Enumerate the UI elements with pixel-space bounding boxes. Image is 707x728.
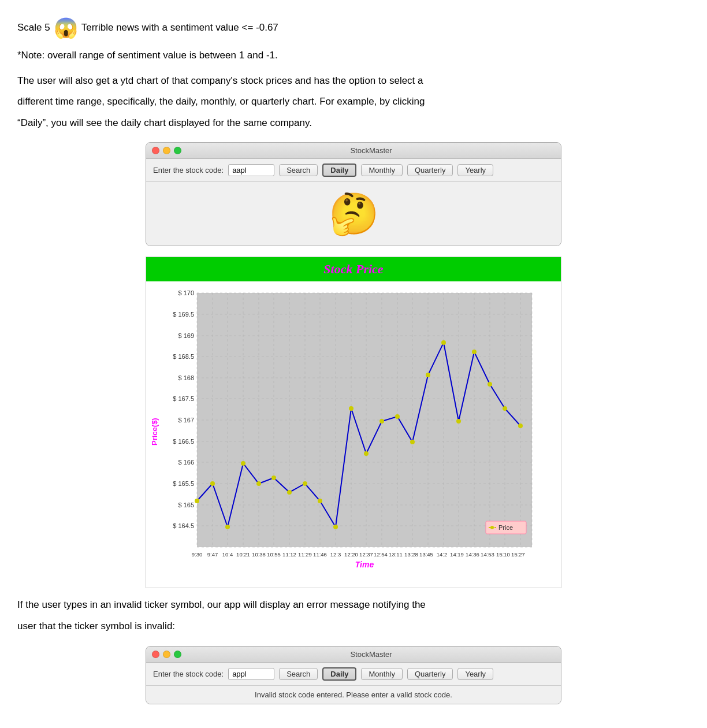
svg-point-53 — [256, 481, 261, 486]
svg-text:11:12: 11:12 — [282, 551, 296, 558]
svg-point-52 — [241, 461, 245, 466]
svg-text:13:11: 13:11 — [389, 551, 403, 558]
svg-text:Time: Time — [355, 560, 374, 569]
svg-point-65 — [441, 340, 446, 345]
quarterly-button-1[interactable]: Quarterly — [407, 164, 453, 176]
svg-point-69 — [503, 406, 507, 411]
svg-text:13:28: 13:28 — [404, 551, 418, 558]
stockmaster-window-1: StockMaster Enter the stock code: Search… — [146, 142, 561, 246]
svg-text:10:21: 10:21 — [236, 551, 250, 558]
svg-text:$ 164.5: $ 164.5 — [173, 522, 194, 529]
svg-text:$ 170: $ 170 — [178, 289, 194, 296]
after-text-1: If the user types in an invalid ticker s… — [17, 599, 426, 610]
stock-code-label: Enter the stock code: — [153, 166, 224, 174]
svg-point-55 — [287, 490, 292, 495]
svg-point-57 — [318, 499, 322, 503]
svg-text:15:10: 15:10 — [496, 551, 510, 558]
stock-chart: Stock Price Price($) — [146, 257, 561, 588]
chart-title-bar: Stock Price — [146, 257, 561, 281]
y-axis-label-container: Price($) — [146, 287, 162, 576]
close-button-2[interactable] — [152, 651, 159, 658]
note-text: *Note: overall range of sentiment value … — [17, 50, 278, 61]
svg-point-63 — [410, 440, 415, 444]
search-button-1[interactable]: Search — [279, 164, 318, 176]
svg-text:$ 168.5: $ 168.5 — [173, 353, 194, 360]
search-button-2[interactable]: Search — [279, 668, 318, 680]
minimize-button[interactable] — [163, 147, 170, 154]
svg-point-67 — [472, 350, 477, 354]
stock-code-label-2: Enter the stock code: — [153, 670, 224, 678]
svg-text:$ 166: $ 166 — [178, 459, 194, 466]
svg-text:11:29: 11:29 — [298, 551, 312, 558]
svg-point-70 — [518, 424, 523, 428]
svg-point-96 — [490, 526, 494, 529]
svg-text:12:20: 12:20 — [344, 551, 358, 558]
traffic-lights-1 — [152, 147, 181, 154]
svg-text:$ 167: $ 167 — [178, 417, 194, 424]
scared-emoji: 😱 — [54, 12, 78, 45]
svg-text:14:53: 14:53 — [481, 551, 494, 558]
after-text-2: user that the ticker symbol is invalid: — [17, 621, 175, 632]
svg-point-56 — [303, 481, 307, 486]
daily-button-2[interactable]: Daily — [322, 667, 356, 681]
minimize-button-2[interactable] — [163, 651, 170, 658]
svg-text:11:46: 11:46 — [313, 551, 327, 558]
body-text3: “Daily”, you will see the daily chart di… — [17, 117, 312, 128]
svg-point-61 — [379, 419, 384, 424]
monthly-button-1[interactable]: Monthly — [361, 164, 403, 176]
svg-point-49 — [195, 499, 199, 503]
chart-with-axes: $ 170 $ 169.5 $ 169 $ 168.5 $ 168 $ 167.… — [162, 287, 561, 576]
svg-text:10:38: 10:38 — [252, 551, 266, 558]
toolbar-2: Enter the stock code: Search Daily Month… — [146, 663, 561, 686]
stock-code-input[interactable] — [228, 164, 274, 176]
chart-area: Price($) — [146, 281, 561, 582]
svg-text:Price: Price — [498, 524, 513, 531]
svg-text:12:3: 12:3 — [330, 551, 341, 558]
svg-text:$ 167.5: $ 167.5 — [173, 395, 194, 402]
svg-text:10:55: 10:55 — [267, 551, 281, 558]
stock-code-input-2[interactable] — [228, 668, 274, 680]
svg-point-64 — [426, 373, 430, 377]
svg-text:12:54: 12:54 — [374, 551, 388, 558]
titlebar-1: StockMaster — [146, 143, 561, 159]
window-body-1: 🤔 — [146, 182, 561, 246]
svg-point-50 — [210, 481, 215, 486]
svg-point-54 — [271, 476, 276, 480]
svg-text:14:2: 14:2 — [437, 551, 448, 558]
scale-label: Scale 5 — [17, 20, 50, 36]
window-title-2: StockMaster — [187, 650, 555, 659]
monthly-button-2[interactable]: Monthly — [361, 668, 403, 680]
close-button[interactable] — [152, 147, 159, 154]
terrible-text: Terrible news with a sentiment value <= … — [81, 20, 278, 36]
traffic-lights-2 — [152, 651, 181, 658]
stockmaster-window-2: StockMaster Enter the stock code: Search… — [146, 646, 561, 704]
yearly-button-1[interactable]: Yearly — [457, 164, 493, 176]
svg-text:$ 169.5: $ 169.5 — [173, 311, 194, 318]
svg-text:10:4: 10:4 — [222, 551, 233, 558]
svg-text:9:47: 9:47 — [207, 551, 218, 558]
daily-button-1[interactable]: Daily — [322, 164, 356, 177]
svg-point-62 — [395, 414, 400, 419]
svg-point-59 — [349, 406, 353, 411]
yearly-button-2[interactable]: Yearly — [457, 668, 493, 680]
svg-text:$ 169: $ 169 — [178, 332, 194, 339]
chart-svg: $ 170 $ 169.5 $ 169 $ 168.5 $ 168 $ 167.… — [162, 287, 544, 576]
maximize-button-2[interactable] — [174, 651, 181, 658]
maximize-button[interactable] — [174, 147, 181, 154]
svg-point-60 — [364, 451, 369, 456]
svg-text:$ 165.5: $ 165.5 — [173, 480, 194, 487]
svg-text:$ 166.5: $ 166.5 — [173, 438, 194, 445]
quarterly-button-2[interactable]: Quarterly — [407, 668, 453, 680]
body-text2: different time range, specifically, the … — [17, 96, 425, 107]
window-title-1: StockMaster — [187, 146, 555, 155]
chart-title: Stock Price — [323, 262, 383, 276]
svg-text:$ 165: $ 165 — [178, 502, 194, 508]
svg-text:14:19: 14:19 — [450, 551, 464, 558]
svg-point-51 — [225, 525, 230, 529]
svg-text:12:37: 12:37 — [359, 551, 373, 558]
body-text1: The user will also get a ytd chart of th… — [17, 75, 423, 86]
svg-point-66 — [456, 419, 461, 424]
svg-text:13:45: 13:45 — [419, 551, 433, 558]
svg-text:9:30: 9:30 — [192, 551, 203, 558]
svg-text:$ 168: $ 168 — [178, 374, 194, 381]
